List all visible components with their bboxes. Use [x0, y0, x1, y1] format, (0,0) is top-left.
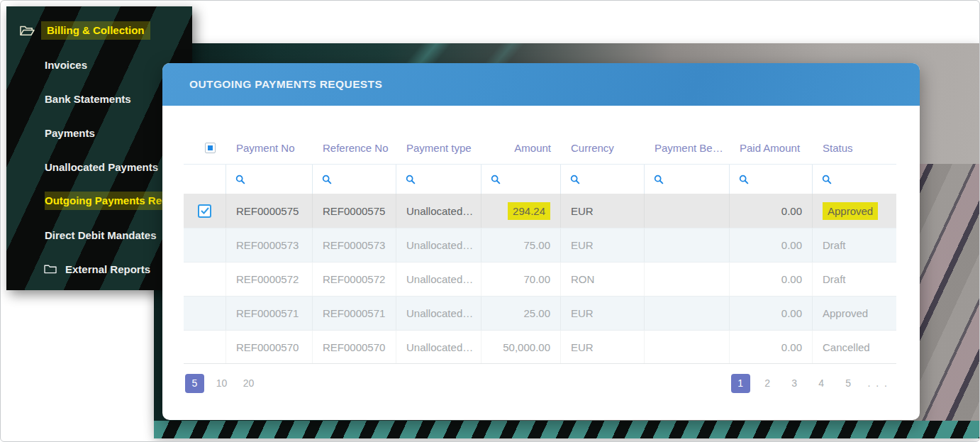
- cell-payment-beneficiary: [645, 228, 730, 262]
- cell-amount: 50,000.00: [481, 331, 561, 363]
- cell-reference-no: REF0000570: [313, 331, 396, 363]
- table-row[interactable]: REF0000575 REF0000575 Unallocated… 294.2…: [184, 194, 896, 228]
- cell-payment-beneficiary: [645, 263, 730, 296]
- filter-amount[interactable]: [481, 165, 561, 194]
- filter-status[interactable]: [813, 165, 896, 194]
- search-icon: [821, 174, 833, 185]
- cell-status: Draft: [813, 228, 896, 262]
- page-selector: 1 2 3 4 5 . . .: [731, 374, 891, 393]
- page-ellipsis[interactable]: . . .: [866, 374, 891, 393]
- cell-payment-type: Unallocated…: [396, 331, 481, 363]
- page-2[interactable]: 2: [758, 374, 777, 393]
- cell-payment-type: Unallocated…: [396, 194, 481, 228]
- cell-status-highlighted: Approved: [823, 202, 878, 220]
- column-header-payment-no[interactable]: Payment No: [226, 142, 313, 154]
- sidebar-item-label: Direct Debit Mandates: [45, 229, 157, 241]
- search-icon: [738, 174, 750, 185]
- cell-status: Draft: [813, 263, 896, 296]
- cell-payment-no: REF0000572: [226, 263, 313, 296]
- page-size-20[interactable]: 20: [239, 374, 258, 393]
- table-row[interactable]: REF0000570 REF0000570 Unallocated… 50,00…: [184, 330, 896, 364]
- sidebar-item-billing-collection[interactable]: Billing & Collection: [6, 13, 192, 48]
- cell-payment-no: REF0000571: [226, 297, 313, 330]
- cell-reference-no: REF0000571: [313, 297, 396, 330]
- page-3[interactable]: 3: [785, 374, 804, 393]
- cell-payment-no: REF0000575: [226, 194, 313, 228]
- payments-table: Payment No Reference No Payment type Amo…: [184, 132, 896, 364]
- cell-amount: 75.00: [481, 228, 561, 262]
- search-icon: [235, 174, 246, 185]
- cell-payment-type: Unallocated…: [396, 263, 481, 296]
- column-header-reference-no[interactable]: Reference No: [313, 142, 396, 154]
- column-header-paid-amount[interactable]: Paid Amount: [730, 142, 813, 154]
- pagination: 5 10 20 1 2 3 4 5 . . .: [162, 374, 920, 393]
- table-filter-row: [184, 164, 896, 194]
- cell-paid-amount: 0.00: [730, 297, 813, 330]
- table-row[interactable]: REF0000571 REF0000571 Unallocated… 25.00…: [184, 296, 896, 330]
- cell-status: Cancelled: [813, 331, 896, 363]
- page-5[interactable]: 5: [839, 374, 858, 393]
- cell-amount: 25.00: [481, 297, 561, 330]
- sidebar-item-label: Bank Statements: [45, 93, 131, 105]
- cell-payment-type: Unallocated…: [396, 297, 481, 330]
- filter-payment-beneficiary[interactable]: [645, 165, 730, 194]
- cell-status: Approved: [813, 297, 896, 330]
- table-row[interactable]: REF0000573 REF0000573 Unallocated… 75.00…: [184, 228, 896, 262]
- cell-reference-no: REF0000572: [313, 263, 396, 296]
- cell-currency: EUR: [561, 194, 645, 228]
- search-icon: [321, 174, 333, 185]
- filter-payment-type[interactable]: [396, 165, 481, 194]
- open-folder-icon: [19, 24, 35, 37]
- filter-paid-amount[interactable]: [730, 165, 813, 194]
- column-header-payment-type[interactable]: Payment type: [396, 142, 481, 154]
- cell-reference-no: REF0000575: [313, 194, 396, 228]
- photo-awning-stripes: [154, 421, 979, 438]
- page-4[interactable]: 4: [812, 374, 831, 393]
- cell-payment-beneficiary: [645, 194, 730, 228]
- search-icon: [490, 174, 501, 185]
- column-header-payment-beneficiary[interactable]: Payment Be…: [645, 142, 730, 154]
- panel-title: OUTGOING PAYMENTS REQUESTS: [189, 78, 382, 91]
- filter-reference-no[interactable]: [313, 165, 396, 194]
- search-icon: [569, 174, 581, 185]
- cell-payment-type: Unallocated…: [396, 228, 481, 262]
- cell-payment-no: REF0000573: [226, 228, 313, 262]
- filter-currency[interactable]: [561, 165, 645, 194]
- checkbox-indeterminate-mark: [208, 145, 213, 150]
- cell-paid-amount: 0.00: [730, 228, 813, 262]
- cell-currency: RON: [561, 263, 645, 296]
- sidebar-item-label: External Reports: [65, 263, 150, 275]
- page-size-selector: 5 10 20: [185, 374, 258, 393]
- column-header-currency[interactable]: Currency: [561, 142, 645, 154]
- outgoing-payments-panel: OUTGOING PAYMENTS REQUESTS Payment No Re…: [162, 63, 920, 420]
- cell-currency: EUR: [561, 331, 645, 363]
- table-header-row: Payment No Reference No Payment type Amo…: [184, 132, 896, 164]
- sidebar-item-label: Payments: [45, 127, 95, 139]
- column-header-amount[interactable]: Amount: [481, 142, 561, 154]
- checkmark-icon: [201, 207, 209, 214]
- cell-reference-no: REF0000573: [313, 228, 396, 262]
- cell-currency: EUR: [561, 228, 645, 262]
- sidebar-item-label: Unallocated Payments: [45, 161, 158, 173]
- cell-payment-beneficiary: [645, 331, 730, 363]
- page-size-5[interactable]: 5: [185, 374, 204, 393]
- sidebar-item-label: Billing & Collection: [41, 21, 150, 40]
- cell-currency: EUR: [561, 297, 645, 330]
- filter-cell-checkbox: [184, 165, 226, 194]
- select-all-checkbox[interactable]: [205, 143, 216, 153]
- folder-icon: [43, 263, 59, 275]
- column-header-status[interactable]: Status: [813, 142, 896, 154]
- cell-paid-amount: 0.00: [730, 194, 813, 228]
- cell-amount: 70.00: [481, 263, 561, 296]
- row-checkbox[interactable]: [198, 204, 211, 218]
- search-icon: [405, 174, 416, 185]
- cell-payment-beneficiary: [645, 297, 730, 330]
- page-1[interactable]: 1: [731, 374, 750, 393]
- filter-payment-no[interactable]: [226, 165, 313, 194]
- search-icon: [653, 174, 664, 185]
- table-row[interactable]: REF0000572 REF0000572 Unallocated… 70.00…: [184, 262, 896, 296]
- cell-paid-amount: 0.00: [730, 263, 813, 296]
- page-size-10[interactable]: 10: [212, 374, 231, 393]
- cell-payment-no: REF0000570: [226, 331, 313, 363]
- screenshot-root: Billing & Collection Invoices Bank State…: [0, 0, 980, 442]
